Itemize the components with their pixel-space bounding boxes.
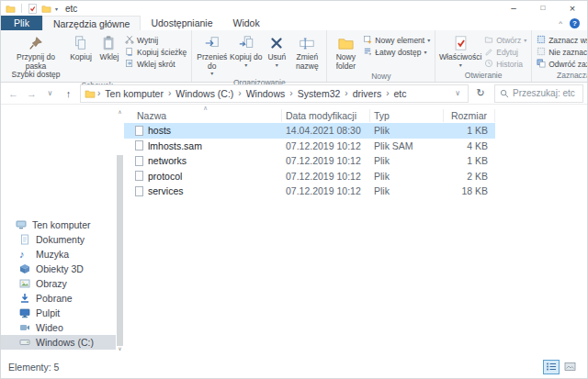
column-header-date[interactable]: Data modyfikacji <box>282 109 370 122</box>
select-all-button[interactable]: Zaznacz wszystko <box>535 34 588 46</box>
sidebar-item-this-pc[interactable]: Ten komputer <box>1 217 116 232</box>
delete-x-icon <box>268 33 285 53</box>
up-button[interactable]: ↑ <box>60 88 77 99</box>
music-icon: ♪ <box>19 249 30 260</box>
sidebar-item-desktop[interactable]: Pulpit <box>1 306 116 320</box>
paste-button[interactable]: Wklej <box>96 31 123 62</box>
pin-icon <box>28 33 44 53</box>
properties-shortcut-icon[interactable] <box>28 4 38 14</box>
new-item-icon <box>363 35 372 46</box>
refresh-button[interactable]: ↻ <box>471 87 490 99</box>
rename-icon <box>299 33 315 53</box>
breadcrumb-windows[interactable]: Windows <box>242 88 290 99</box>
invert-selection-button[interactable]: Odwróć zaznaczenie <box>535 58 588 70</box>
breadcrumb-etc[interactable]: etc <box>390 88 412 99</box>
breadcrumb-windows-c[interactable]: Windows (C:) <box>171 88 238 99</box>
thumbnails-view-button[interactable] <box>561 360 578 374</box>
main-area: Ten komputer Dokumenty ♪ Muzyka Obiekty … <box>1 105 587 355</box>
breadcrumb-this-pc[interactable]: Ten komputer <box>100 88 168 99</box>
download-icon <box>19 293 30 304</box>
copy-to-icon <box>238 33 254 53</box>
sidebar-item-windows-c[interactable]: Windows (C:) <box>1 335 116 350</box>
minimize-button[interactable]: – <box>499 1 528 16</box>
properties-button[interactable]: Właściwości ▾ <box>438 31 482 68</box>
tab-share[interactable]: Udostępnianie <box>141 16 222 30</box>
paste-icon <box>101 33 118 53</box>
file-row-networks[interactable]: networks 07.12.2019 10:12 Plik 1 KB <box>124 153 495 169</box>
select-none-icon <box>537 47 546 58</box>
sidebar-item-documents[interactable]: Dokumenty <box>1 232 116 247</box>
group-label-new: Nowy <box>330 71 432 83</box>
sidebar-item-3d-objects[interactable]: Obiekty 3D <box>1 262 116 276</box>
sidebar-item-pictures[interactable]: Obrazy <box>1 276 116 291</box>
edit-icon <box>484 47 493 58</box>
edit-button[interactable]: Edytuj <box>482 46 528 58</box>
title-bar: ▾ etc – □ × <box>1 1 587 16</box>
sidebar-scrollbar[interactable]: ∧ ∨ <box>116 107 124 355</box>
explorer-icon[interactable] <box>6 4 16 14</box>
scrollbar-thumb[interactable] <box>117 155 123 346</box>
new-item-button[interactable]: Nowy element ▾ <box>361 34 432 46</box>
forward-button[interactable]: → <box>23 88 40 99</box>
breadcrumb-system32[interactable]: System32 <box>293 88 345 99</box>
new-folder-button[interactable]: Nowy folder <box>330 31 361 71</box>
easy-access-chevron-icon: ▾ <box>424 49 426 55</box>
column-header-size[interactable]: Rozmiar <box>444 109 495 122</box>
file-icon <box>135 140 143 150</box>
navigation-pane: Ten komputer Dokumenty ♪ Muzyka Obiekty … <box>1 105 124 355</box>
file-row-lmhosts[interactable]: lmhosts.sam 07.12.2019 10:12 Plik SAM 4 … <box>124 139 495 154</box>
pin-to-quick-access-button[interactable]: Przypnij do paska Szybki dostęp <box>6 31 66 80</box>
address-bar[interactable]: › Ten komputer › Windows (C:) › Windows … <box>80 84 469 103</box>
details-view-button[interactable] <box>543 360 560 374</box>
delete-button[interactable]: Usuń ▾ <box>263 31 290 68</box>
sidebar-item-downloads[interactable]: Pobrane <box>1 291 116 306</box>
new-folder-shortcut-icon[interactable] <box>41 4 51 14</box>
tab-view[interactable]: Widok <box>223 16 270 30</box>
ribbon-group-select: Zaznacz wszystko Nie zaznaczaj nic Odwró… <box>532 30 588 82</box>
address-dropdown-chevron-icon[interactable]: ∨ <box>451 89 464 97</box>
scroll-up-icon[interactable]: ∧ <box>116 107 124 117</box>
file-row-hosts[interactable]: hosts 14.04.2021 08:30 Plik 1 KB <box>124 123 495 139</box>
scroll-down-icon[interactable]: ∨ <box>116 344 124 353</box>
qat-customize-chevron-icon[interactable]: ▾ <box>55 6 58 12</box>
easy-access-icon <box>363 47 372 58</box>
file-icon <box>135 171 143 181</box>
file-row-services[interactable]: services 07.12.2019 10:12 Plik 18 KB <box>124 184 495 199</box>
properties-chevron-icon: ▾ <box>459 62 462 69</box>
open-button[interactable]: Otwórz ▾ <box>482 34 528 46</box>
sidebar-item-music[interactable]: ♪ Muzyka <box>1 247 116 262</box>
cube-icon <box>19 263 30 274</box>
cut-button[interactable]: Wytnij <box>123 34 188 46</box>
ribbon-group-new: Nowy folder Nowy element ▾ Łatwy dostęp … <box>327 30 435 82</box>
quick-access-toolbar: ▾ <box>6 4 58 14</box>
maximize-button[interactable]: □ <box>528 1 558 16</box>
search-box[interactable] <box>494 84 583 103</box>
help-icon[interactable]: ? <box>570 18 580 28</box>
easy-access-button[interactable]: Łatwy dostęp ▾ <box>361 46 432 58</box>
sidebar-item-videos[interactable]: Wideo <box>1 320 116 335</box>
select-none-button[interactable]: Nie zaznaczaj nic <box>535 46 588 58</box>
back-button[interactable]: ← <box>5 88 22 99</box>
copy-to-chevron-icon: ▾ <box>244 62 247 69</box>
paste-shortcut-icon <box>125 59 134 70</box>
breadcrumb-drivers[interactable]: drivers <box>348 88 387 99</box>
recent-locations-chevron-icon[interactable]: ∨ <box>41 89 59 97</box>
copy-to-button[interactable]: Kopiuj do ▾ <box>229 31 263 68</box>
file-row-protocol[interactable]: protocol 07.12.2019 10:12 Plik 2 KB <box>124 169 495 184</box>
open-icon <box>484 35 493 46</box>
tab-home[interactable]: Narzędzia główne <box>42 16 141 30</box>
video-icon <box>19 322 30 333</box>
collapse-ribbon-icon[interactable]: ^ <box>559 19 562 28</box>
copy-path-button[interactable]: Kopiuj ścieżkę <box>123 46 188 58</box>
search-input[interactable] <box>513 88 578 98</box>
move-to-button[interactable]: Przenieś do ▾ <box>195 31 229 77</box>
tab-file[interactable]: Plik <box>1 16 42 30</box>
file-list-pane: ∧ Nazwa Data modyfikacji Typ Rozmiar hos… <box>124 105 587 355</box>
copy-button[interactable]: Kopiuj <box>66 31 96 62</box>
column-header-type[interactable]: Typ <box>370 109 444 122</box>
paste-shortcut-button[interactable]: Wklej skrót <box>123 58 188 70</box>
history-button[interactable]: Historia <box>482 58 528 70</box>
file-icon <box>135 156 143 166</box>
close-button[interactable]: × <box>558 1 587 16</box>
rename-button[interactable]: Zmień nazwę <box>290 31 323 71</box>
